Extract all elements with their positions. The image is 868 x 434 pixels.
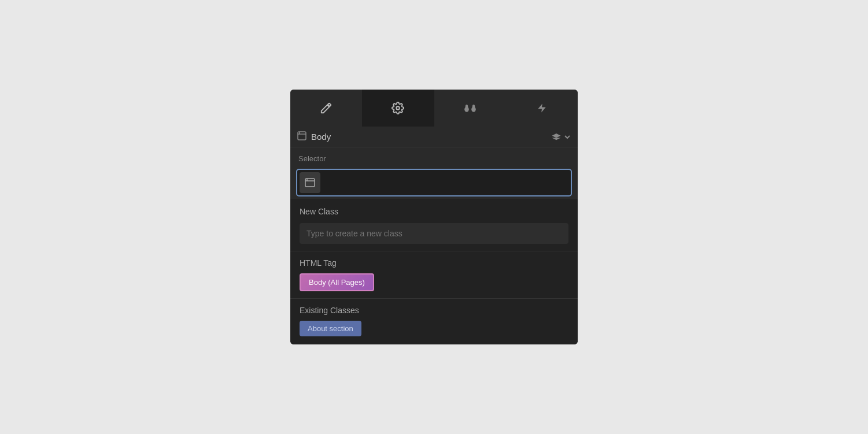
html-tag-badge[interactable]: Body (All Pages) bbox=[300, 273, 374, 291]
class-icon bbox=[551, 132, 562, 142]
new-class-title: New Class bbox=[290, 199, 578, 221]
selector-bar-right[interactable] bbox=[551, 132, 571, 142]
selector-icon-button[interactable] bbox=[300, 172, 320, 193]
new-class-section: New Class bbox=[290, 199, 578, 251]
toolbar bbox=[290, 90, 578, 127]
selector-bar-left: Body bbox=[297, 131, 331, 142]
svg-marker-9 bbox=[552, 133, 561, 138]
selector-input-wrapper bbox=[296, 169, 572, 196]
tab-style[interactable] bbox=[434, 90, 506, 127]
selector-element-icon bbox=[305, 178, 315, 187]
svg-rect-6 bbox=[298, 132, 306, 140]
drops-icon bbox=[463, 103, 477, 113]
new-class-input-row bbox=[290, 221, 578, 251]
new-class-input[interactable] bbox=[300, 223, 568, 244]
dropdown-panel: New Class HTML Tag Body (All Pages) Exis… bbox=[290, 199, 578, 344]
about-section-badge[interactable]: About section bbox=[300, 321, 361, 336]
chevron-down-icon bbox=[564, 133, 571, 140]
selector-bar: Body bbox=[290, 127, 578, 147]
svg-point-4 bbox=[472, 105, 475, 109]
svg-point-0 bbox=[397, 106, 400, 110]
tab-settings[interactable] bbox=[362, 90, 434, 127]
panel: Body Selector New Class bbox=[290, 90, 578, 344]
existing-classes-title: Existing Classes bbox=[300, 306, 568, 315]
tab-interactions[interactable] bbox=[506, 90, 578, 127]
element-icon bbox=[297, 131, 306, 142]
svg-marker-5 bbox=[538, 104, 546, 113]
gear-icon bbox=[391, 102, 404, 114]
selector-label: Selector bbox=[290, 147, 578, 166]
bolt-icon bbox=[537, 102, 547, 114]
element-label: Body bbox=[311, 132, 331, 142]
selector-text-input[interactable] bbox=[324, 178, 568, 187]
brush-icon bbox=[320, 102, 333, 114]
svg-point-2 bbox=[465, 105, 468, 109]
html-tag-section: HTML Tag Body (All Pages) bbox=[290, 251, 578, 298]
tab-brush[interactable] bbox=[290, 90, 362, 127]
html-tag-title: HTML Tag bbox=[300, 258, 568, 268]
existing-classes-section: Existing Classes About section bbox=[290, 299, 578, 344]
